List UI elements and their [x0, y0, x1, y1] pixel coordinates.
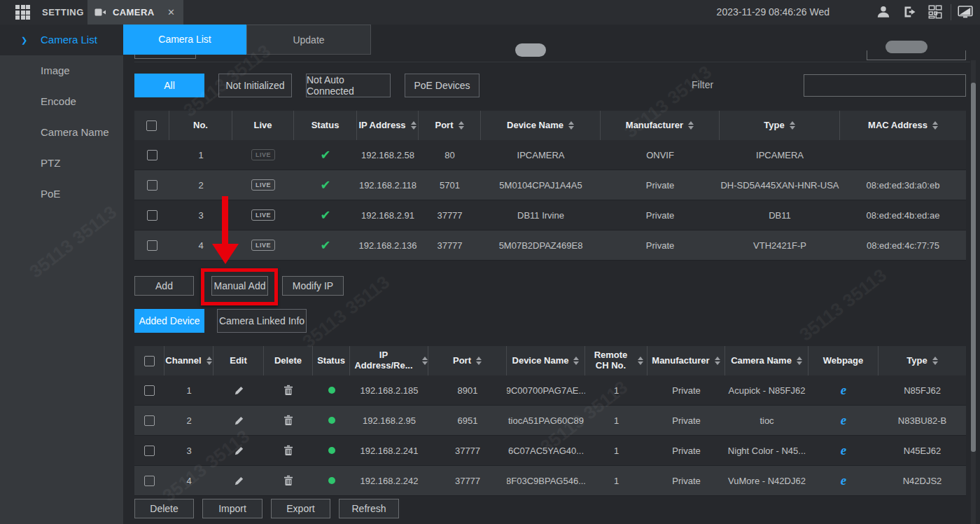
checkbox[interactable] — [147, 180, 158, 191]
col-mac-address[interactable]: MAC Address — [840, 111, 966, 140]
manual-add-button[interactable]: Manual Add — [211, 276, 268, 296]
edit-pencil-icon[interactable] — [214, 415, 264, 426]
channel-grid-icon[interactable] — [928, 5, 944, 20]
edit-pencil-icon[interactable] — [214, 385, 264, 396]
filter-not-auto-connected-button[interactable]: Not Auto Connected — [306, 74, 391, 97]
nvr-settings-window: SETTING CAMERA ✕ 2023-11-29 08:46:26 Wed — [0, 0, 980, 524]
camera-window-tab[interactable]: CAMERA ✕ — [88, 0, 183, 25]
modify-ip-button[interactable]: Modify IP — [282, 276, 344, 296]
export-button[interactable]: Export — [271, 499, 330, 518]
edit-pencil-icon[interactable] — [214, 476, 264, 486]
status-ok-icon: ✔ — [320, 177, 330, 193]
sidebar-item-camera-list[interactable]: ❯ Camera List — [0, 25, 123, 55]
edit-pencil-icon[interactable] — [214, 446, 264, 456]
camera-linked-info-tab[interactable]: Camera Linked Info — [217, 309, 307, 333]
col-manufacturer[interactable]: Manufacturer — [601, 111, 720, 140]
col-device-name[interactable]: Device Name — [481, 111, 601, 140]
close-icon[interactable]: ✕ — [166, 7, 176, 18]
cell-mac: 08:ed:ed:4c:77:75 — [840, 240, 966, 251]
col-type[interactable]: Type — [878, 346, 966, 375]
cell-device-name: 6C07AC5YAG40... — [507, 446, 585, 456]
table-row: 4 192.168.2.242 37777 8F03C9BPAG546... 1… — [134, 466, 966, 496]
filter-input[interactable] — [804, 74, 966, 97]
scrollbar-thumb[interactable] — [971, 83, 976, 452]
filter-poe-devices-button[interactable]: PoE Devices — [405, 74, 479, 97]
webpage-icon[interactable]: e — [841, 443, 846, 458]
user-icon[interactable] — [876, 5, 892, 20]
col-live: Live — [232, 111, 294, 140]
scrollbar-track[interactable] — [971, 60, 976, 524]
checkbox[interactable] — [146, 120, 157, 131]
cell-manufacturer: Private — [648, 476, 725, 486]
tab-update[interactable]: Update — [246, 25, 371, 55]
select-all-checkbox-cell[interactable] — [134, 346, 164, 375]
sidebar-item-label: Camera Name — [41, 126, 109, 138]
col-port[interactable]: Port — [428, 346, 507, 375]
col-port[interactable]: Port — [419, 111, 481, 140]
checkbox[interactable] — [147, 240, 158, 251]
col-ip-address[interactable]: IP Address — [357, 111, 419, 140]
live-badge[interactable]: LIVE — [251, 179, 275, 191]
cell-port: 37777 — [419, 240, 481, 251]
cell-manufacturer: ONVIF — [601, 150, 720, 160]
delete-trash-icon[interactable] — [264, 415, 313, 426]
checkbox[interactable] — [144, 356, 155, 366]
delete-button[interactable]: Delete — [134, 499, 194, 518]
col-camera-name[interactable]: Camera Name — [725, 346, 808, 375]
live-badge[interactable]: LIVE — [251, 149, 275, 160]
logout-icon[interactable] — [903, 5, 918, 20]
checkbox[interactable] — [144, 385, 155, 396]
sort-icon — [206, 357, 212, 365]
col-ip-address[interactable]: IP Address/Re... — [350, 346, 428, 375]
setting-tab[interactable]: SETTING — [42, 0, 84, 25]
webpage-icon[interactable]: e — [841, 382, 846, 398]
webpage-icon[interactable]: e — [841, 473, 846, 488]
live-badge[interactable]: LIVE — [251, 209, 275, 221]
sidebar-item-label: Camera List — [41, 34, 97, 46]
cell-port: 6951 — [428, 415, 507, 426]
status-online-dot — [328, 447, 335, 454]
checkbox[interactable] — [144, 476, 155, 486]
topbar-divider — [951, 4, 951, 20]
tab-camera-list[interactable]: Camera List — [123, 25, 246, 55]
sidebar-item-ptz[interactable]: PTZ — [0, 148, 123, 179]
cell-device-name: 9C00700PAG7AE... — [507, 385, 585, 396]
import-button[interactable]: Import — [202, 499, 262, 518]
col-channel[interactable]: Channel — [164, 346, 214, 375]
display-output-icon[interactable] — [958, 5, 973, 20]
status-online-dot — [328, 417, 335, 424]
cell-type: N42DJS2 — [878, 476, 966, 486]
delete-trash-icon[interactable] — [264, 475, 313, 486]
sidebar-item-image[interactable]: Image — [0, 55, 123, 86]
added-device-tab[interactable]: Added Device — [134, 309, 204, 333]
cell-type: N45EJ62 — [878, 446, 966, 456]
cell-ip: 192.168.2.95 — [350, 415, 428, 426]
checkbox[interactable] — [147, 150, 158, 160]
cell-no: 3 — [169, 210, 232, 221]
cell-manufacturer: Private — [601, 240, 720, 251]
col-status: Status — [294, 111, 357, 140]
add-button[interactable]: Add — [134, 276, 194, 296]
sidebar-item-encode[interactable]: Encode — [0, 86, 123, 117]
sidebar-item-poe[interactable]: PoE — [0, 179, 123, 209]
clipped-toggle-1[interactable] — [515, 43, 546, 57]
col-remote-ch-no[interactable]: Remote CH No. — [585, 346, 648, 375]
webpage-icon[interactable]: e — [841, 413, 846, 428]
select-all-checkbox-cell[interactable] — [134, 111, 169, 140]
delete-trash-icon[interactable] — [264, 445, 313, 456]
checkbox[interactable] — [144, 446, 155, 456]
app-menu-icon[interactable] — [15, 5, 30, 20]
filter-all-button[interactable]: All — [134, 74, 204, 97]
col-type[interactable]: Type — [720, 111, 840, 140]
live-badge[interactable]: LIVE — [251, 240, 275, 251]
sidebar-item-camera-name[interactable]: Camera Name — [0, 117, 123, 148]
refresh-button[interactable]: Refresh — [339, 499, 399, 518]
clipped-button-right[interactable] — [867, 50, 966, 60]
delete-trash-icon[interactable] — [264, 385, 313, 396]
col-manufacturer[interactable]: Manufacturer — [648, 346, 725, 375]
checkbox[interactable] — [144, 415, 155, 426]
col-device-name[interactable]: Device Name — [507, 346, 585, 375]
filter-not-initialized-button[interactable]: Not Initialized — [218, 74, 292, 97]
cell-port: 37777 — [419, 210, 481, 221]
checkbox[interactable] — [147, 210, 158, 221]
